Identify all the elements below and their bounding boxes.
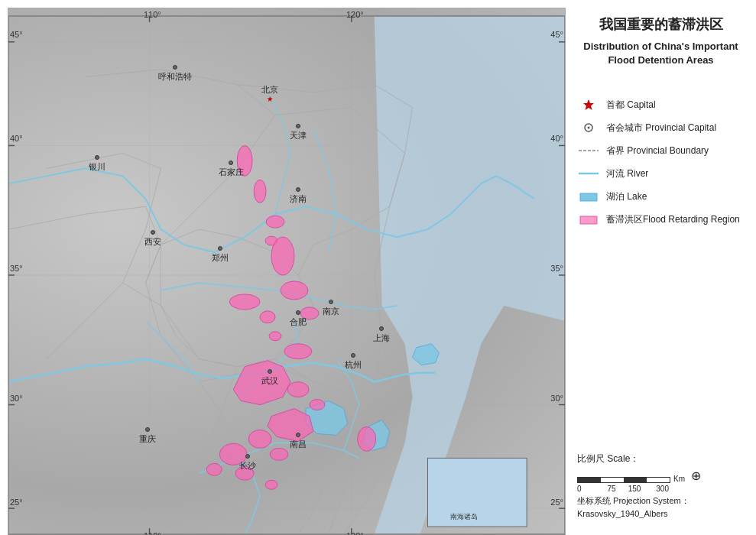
terrain-layer [8, 8, 565, 535]
city-label-yinchuan: 银川 [89, 161, 105, 173]
city-label-shijiazhuang: 石家庄 [219, 167, 244, 178]
tick-label-top-110: 110° [144, 10, 161, 19]
scale-label: 比例尺 Scale： [577, 452, 745, 465]
legend-symbol-lake [577, 190, 600, 203]
tick-label-bottom-110: 110° [144, 531, 161, 535]
city-label-changsha: 长沙 [239, 460, 256, 472]
city-label-huhehaote: 呼和浩特 [158, 71, 192, 83]
city-dot-hangzhou [351, 353, 355, 358]
city-label-shanghai: 上海 [373, 332, 390, 344]
city-dot-xian [151, 230, 155, 235]
legend-text-capital: 首都 Capital [606, 99, 656, 112]
city-dot-chongqing [145, 427, 150, 432]
scale-unit: Km [673, 475, 685, 483]
legend-item-flood-retarding: 蓄滞洪区Flood Retarding Region [577, 212, 745, 226]
tick-label-left-45: 45° [10, 30, 23, 39]
svg-rect-49 [580, 193, 597, 201]
svg-rect-50 [580, 216, 597, 224]
legend-text-provincial-boundary: 省界 Provincial Boundary [606, 144, 709, 157]
tick-label-left-30: 30° [10, 394, 23, 403]
legend-symbol-river [577, 167, 600, 180]
city-dot-changsha [245, 454, 250, 459]
city-label-jinan: 济南 [290, 193, 307, 205]
city-dot-shijiazhuang [229, 160, 233, 165]
city-label-hefei: 合肥 [290, 316, 307, 328]
city-label-nanjing: 南京 [323, 306, 339, 317]
legend-symbol-provincial-capital [577, 121, 600, 135]
legend-text-river: 河流 River [606, 167, 648, 180]
city-dot-shanghai [379, 326, 384, 331]
tick-label-left-40: 40° [10, 134, 23, 143]
city-dot-hefei [296, 310, 300, 315]
scale-bar [577, 477, 670, 483]
city-dot-wuhan [268, 369, 272, 374]
legend-text-lake: 湖泊 Lake [606, 190, 647, 203]
scale-section: 比例尺 Scale： Km ⊕ 0 75 150 300 [577, 452, 745, 494]
legend-panel: 我国重要的蓄滞洪区 Distribution of China's Import… [566, 0, 756, 535]
legend-text-provincial-capital: 省会城市 Provincial Capital [606, 122, 716, 135]
city-label-chongqing: 重庆 [139, 433, 156, 445]
legend-item-capital: 首都 Capital [577, 98, 745, 112]
city-dot-nanchang [296, 433, 300, 437]
tick-label-right-40: 40° [550, 134, 563, 143]
tick-label-right-25: 25° [550, 498, 563, 507]
city-dot-huhehaote [173, 65, 177, 70]
legend-text-flood-retarding: 蓄滞洪区Flood Retarding Region [606, 213, 740, 226]
city-dot-zhengzhou [218, 246, 222, 251]
tick-label-right-30: 30° [550, 394, 563, 403]
city-label-wuhan: 武汉 [261, 375, 278, 387]
tick-label-right-35: 35° [550, 264, 563, 273]
title-english: Distribution of China's Important Flood … [577, 40, 745, 67]
north-arrow-icon: ⊕ [691, 469, 701, 483]
city-label-nanchang: 南昌 [290, 439, 307, 450]
city-dot-nanjing [329, 300, 333, 304]
svg-point-46 [588, 127, 590, 129]
legend-symbol-flood-retarding [577, 212, 600, 226]
legend-items: 首都 Capital 省会城市 Provincial Capital 省界 Pr… [577, 98, 745, 445]
city-label-beijing: 北京 [261, 84, 278, 96]
legend-item-provincial-capital: 省会城市 Provincial Capital [577, 121, 745, 135]
legend-item-lake: 湖泊 Lake [577, 190, 745, 203]
city-dot-tianjin [296, 124, 300, 128]
city-label-tianjin: 天津 [290, 130, 307, 141]
city-label-xian: 西安 [144, 236, 161, 248]
tick-label-bottom-120: 120° [346, 531, 364, 535]
svg-marker-44 [583, 99, 594, 110]
tick-label-left-35: 35° [10, 264, 23, 273]
tick-label-right-45: 45° [550, 30, 563, 39]
tick-label-left-25: 25° [10, 498, 23, 507]
city-dot-jinan [296, 187, 300, 192]
city-label-hangzhou: 杭州 [345, 359, 362, 371]
legend-symbol-capital [577, 98, 600, 112]
legend-symbol-provincial-boundary [577, 144, 600, 157]
city-label-zhengzhou: 郑州 [212, 252, 229, 264]
tick-label-top-120: 120° [346, 10, 364, 19]
legend-item-provincial-boundary: 省界 Provincial Boundary [577, 144, 745, 157]
map-container: 南海诸岛 110° 120° 110° 120° 45° 40° 35° 30°… [8, 8, 566, 535]
legend-item-river: 河流 River [577, 167, 745, 180]
title-chinese: 我国重要的蓄滞洪区 [577, 15, 745, 34]
projection-info: 坐标系统 Projection System： Krasovsky_1940_A… [577, 494, 689, 520]
city-dot-yinchuan [95, 155, 99, 160]
scale-numbers: 0 75 150 300 [577, 485, 745, 493]
